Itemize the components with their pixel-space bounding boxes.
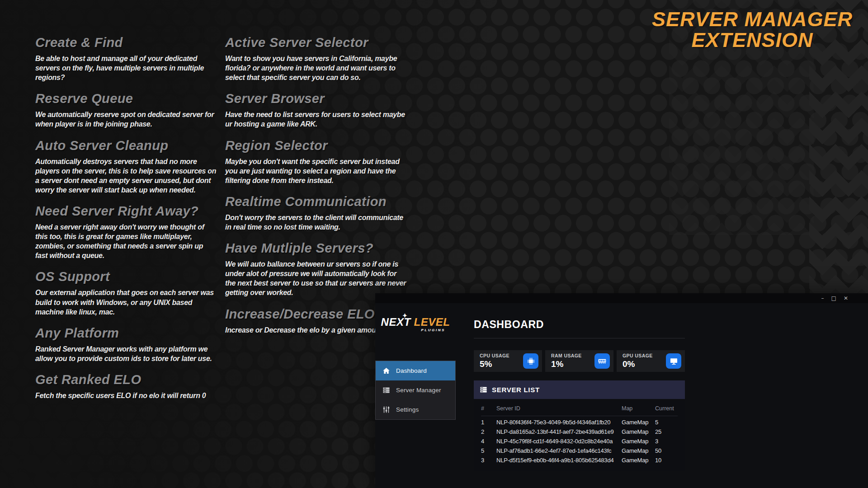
feature-title: Realtime Communication [225, 194, 407, 209]
feature-body: Ranked Server Manager works with any pla… [35, 344, 217, 363]
server-list-header: SERVER LIST [474, 380, 685, 399]
feature-title: Auto Server Cleanup [35, 138, 217, 153]
feature-title: Create & Find [35, 35, 217, 50]
diamond-pattern-bottomleft [0, 438, 72, 488]
stat-value: 1% [551, 359, 582, 369]
feature-body: We will auto ballance between ur servers… [225, 259, 407, 297]
gpu-usage-card: GPU USAGE 0% [617, 350, 685, 372]
feature-column-left: Create & Find Be able to host and manage… [35, 35, 217, 409]
cpu-icon [523, 353, 538, 369]
usage-stats-row: CPU USAGE 5% RAM USAGE 1% [474, 350, 685, 372]
cell-map: GameMap [622, 419, 655, 426]
logo-wordmark: NEXT LEVEL [381, 316, 450, 328]
cell-map: GameMap [622, 438, 655, 445]
cell-server-id: NLP-80f436f4-75e3-4049-9b5d-f4346af1fb20 [496, 419, 622, 426]
cell-current: 50 [655, 447, 678, 454]
hero-title-line2: EXTENSION [652, 30, 853, 51]
feature-title: Active Server Selector [225, 35, 407, 50]
cell-number: 2 [481, 428, 496, 435]
cell-number: 4 [481, 438, 496, 445]
feature-body: Have the need to list servers for users … [225, 110, 407, 129]
cell-number: 1 [481, 419, 496, 426]
column-header-server-id: Server ID [496, 405, 622, 412]
feature-create-and-find: Create & Find Be able to host and manage… [35, 35, 217, 82]
column-header-number: # [481, 405, 496, 412]
stat-label: GPU USAGE [623, 353, 653, 358]
cpu-usage-card: CPU USAGE 5% [474, 350, 542, 372]
column-header-map: Map [622, 405, 655, 412]
feature-server-browser: Server Browser Have the need to list ser… [225, 91, 407, 129]
feature-os-support: OS Support Our external application that… [35, 269, 217, 316]
table-header-row: # Server ID Map Current [481, 405, 678, 416]
table-row[interactable]: 3 NLP-d5f15ef9-eb0b-46f4-a9b1-805b625483… [481, 457, 678, 464]
stat-text: CPU USAGE 5% [480, 353, 509, 369]
feature-title: Region Selector [225, 138, 407, 153]
cell-current: 3 [655, 438, 678, 445]
close-icon[interactable]: ✕ [844, 296, 848, 301]
cell-current: 10 [655, 457, 678, 464]
server-list-title: SERVER LIST [492, 386, 540, 394]
hero-title: SERVER MANAGER EXTENSION [652, 9, 853, 51]
stat-label: CPU USAGE [480, 353, 509, 358]
cell-number: 3 [481, 457, 496, 464]
table-row[interactable]: 4 NLP-45c79f8f-cd1f-4649-8432-0d2c8b24e4… [481, 438, 678, 445]
cell-map: GameMap [622, 428, 655, 435]
cell-server-id: NLP-45c79f8f-cd1f-4649-8432-0d2c8b24e40a [496, 438, 622, 445]
feature-body: Want to show you have servers in Califor… [225, 54, 407, 82]
feature-region-selector: Region Selector Maybe you don't want the… [225, 138, 407, 185]
server-stack-icon [382, 386, 390, 394]
feature-title: Get Ranked ELO [35, 372, 217, 387]
stat-text: GPU USAGE 0% [623, 353, 653, 369]
table-row[interactable]: 1 NLP-80f436f4-75e3-4049-9b5d-f4346af1fb… [481, 419, 678, 426]
home-icon [382, 367, 390, 375]
cell-server-id: NLP-d5f15ef9-eb0b-46f4-a9b1-805b625483d4 [496, 457, 622, 464]
sidebar-item-label: Settings [396, 406, 419, 413]
feature-body: Be able to host and manage all of your d… [35, 54, 217, 82]
table-row[interactable]: 2 NLP-da8165a2-13bf-441f-aef7-2be439ad61… [481, 428, 678, 435]
feature-title: Any Platform [35, 326, 217, 341]
cell-server-id: NLP-da8165a2-13bf-441f-aef7-2be439ad61e9 [496, 428, 622, 435]
minimize-icon[interactable]: – [821, 296, 824, 301]
logo-plugins-text: PLUGINS [381, 328, 450, 332]
feature-title: Need Server Right Away? [35, 204, 217, 219]
server-list-icon [480, 386, 487, 394]
sidebar-item-settings[interactable]: Settings [376, 400, 455, 419]
maximize-icon[interactable]: □ [831, 296, 836, 301]
table-row[interactable]: 5 NLP-af76adb1-66e2-4ef7-87ed-1efa46c143… [481, 447, 678, 454]
server-list-table: # Server ID Map Current 1 NLP-80f436f4-7… [474, 399, 685, 471]
feature-title: Have Mutliple Servers? [225, 241, 407, 256]
ram-usage-card: RAM USAGE 1% [545, 350, 613, 372]
stat-value: 0% [623, 359, 653, 369]
cell-map: GameMap [622, 447, 655, 454]
header-divider [474, 338, 685, 338]
sliders-icon [382, 406, 390, 413]
feature-body: Our external application that goes on ea… [35, 288, 217, 316]
stat-value: 5% [480, 359, 509, 369]
monitor-icon [666, 353, 681, 369]
sidebar-item-server-manager[interactable]: Server Manager [376, 380, 455, 400]
next-level-plugins-logo: ✦ NEXT LEVEL PLUGINS [381, 316, 450, 332]
feature-have-multiple-servers: Have Mutliple Servers? We will auto ball… [225, 241, 407, 297]
cell-number: 5 [481, 447, 496, 454]
logo-level-text: LEVEL [414, 316, 450, 328]
hero-title-line1: SERVER MANAGER [652, 9, 853, 30]
cell-server-id: NLP-af76adb1-66e2-4ef7-87ed-1efa46c143fc [496, 447, 622, 454]
feature-body: Automatically destroys servers that had … [35, 157, 217, 195]
stat-label: RAM USAGE [551, 353, 582, 358]
feature-auto-server-cleanup: Auto Server Cleanup Automatically destro… [35, 138, 217, 195]
sidebar-menu: Dashboard Server Manager Settings [375, 361, 456, 420]
feature-get-ranked-elo: Get Ranked ELO Fetch the specific users … [35, 372, 217, 400]
feature-need-server-right-away: Need Server Right Away? Need a server ri… [35, 204, 217, 260]
feature-reserve-queue: Reserve Queue We automatically reserve s… [35, 91, 217, 129]
cell-current: 25 [655, 428, 678, 435]
feature-active-server-selector: Active Server Selector Want to show you … [225, 35, 407, 82]
feature-title: OS Support [35, 269, 217, 284]
star-icon: ✦ [402, 312, 407, 319]
feature-any-platform: Any Platform Ranked Server Manager works… [35, 326, 217, 363]
dashboard-main: DASHBOARD CPU USAGE 5% RAM USAGE 1% [456, 303, 868, 488]
feature-body: We automatically reserve spot on dedicat… [35, 110, 217, 129]
cell-current: 5 [655, 419, 678, 426]
sidebar-item-dashboard[interactable]: Dashboard [376, 361, 455, 380]
window-titlebar[interactable]: – □ ✕ [375, 293, 868, 303]
ram-icon [594, 353, 610, 369]
